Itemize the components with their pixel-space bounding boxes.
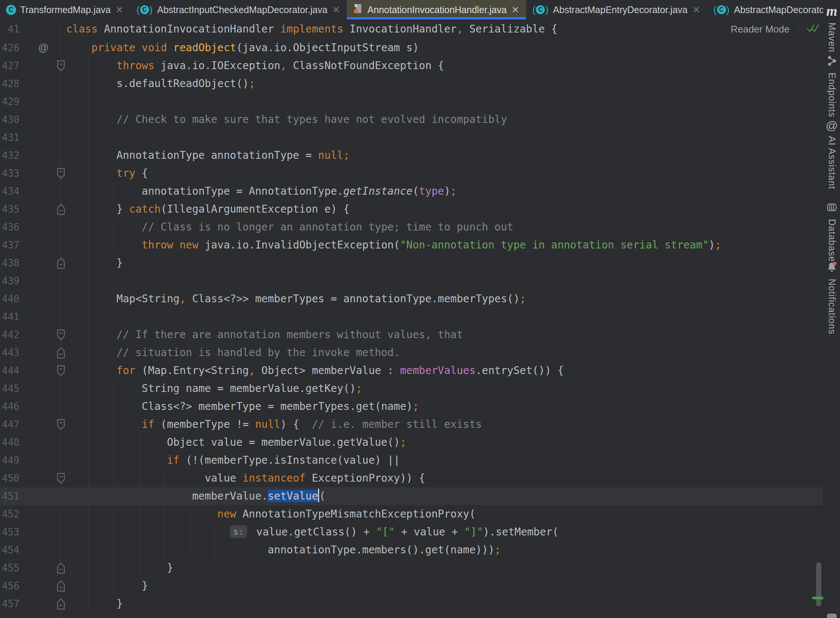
code-line[interactable]: 433 try {	[0, 164, 824, 182]
editor-tab[interactable]: AnnotationInvocationHandler.java✕	[347, 0, 526, 19]
code-editor[interactable]: 426@ private void readObject(java.io.Obj…	[0, 39, 824, 618]
editor-tab[interactable]: (C)AbstractMapEntryDecorator.java✕	[526, 0, 707, 19]
code-text: value instanceof ExceptionProxy)) {	[0, 469, 425, 487]
notifications-bell-icon	[826, 261, 838, 274]
tab-label: AbstractMapEntryDecorator.java	[553, 4, 688, 15]
code-line[interactable]: 436 // Class is no longer an annotation …	[0, 218, 824, 236]
code-line[interactable]: 448 Object value = memberValue.getValue(…	[0, 434, 824, 452]
code-text: }	[0, 577, 148, 595]
abstract-class-icon: (C)	[136, 4, 153, 16]
code-text: Map<String, Class<?>> memberTypes = anno…	[0, 290, 526, 308]
tab-close-icon[interactable]: ✕	[332, 4, 341, 15]
class-declaration[interactable]: class AnnotationInvocationHandler implem…	[0, 19, 558, 39]
tool-window-label: Notifications	[827, 279, 837, 334]
class-icon: C	[6, 5, 16, 15]
code-line[interactable]: 438 }	[0, 254, 824, 272]
tab-close-icon[interactable]: ✕	[511, 4, 520, 15]
database-icon	[826, 202, 837, 214]
parameter-hint-badge: s:	[230, 525, 247, 538]
sticky-class-header: 41 class AnnotationInvocationHandler imp…	[0, 19, 824, 39]
code-line[interactable]: 450 value instanceof ExceptionProxy)) {	[0, 469, 824, 487]
tool-window-button-database[interactable]: Database	[824, 202, 840, 262]
code-line[interactable]: 456 }	[0, 577, 824, 595]
code-text: if (!(memberType.isInstance(value) ||	[0, 452, 400, 469]
code-text: annotationType = AnnotationType.getInsta…	[0, 182, 456, 200]
code-text: annotationType.members().get(name)));	[0, 541, 501, 559]
code-text: // If there are annotation members witho…	[0, 326, 463, 344]
code-line[interactable]: 426@ private void readObject(java.io.Obj…	[0, 39, 824, 57]
code-line[interactable]: 449 if (!(memberType.isInstance(value) |…	[0, 452, 824, 469]
tool-window-label: AI Assistant	[827, 136, 837, 189]
code-line[interactable]: 432 AnnotationType annotationType = null…	[0, 147, 824, 164]
abstract-class-icon: (C)	[532, 4, 549, 16]
inspections-status-check-icon[interactable]	[806, 22, 820, 36]
vcs-change-marker	[812, 597, 823, 599]
line-number: 431	[0, 132, 19, 143]
code-text: s.defaultReadObject();	[0, 75, 255, 93]
code-line[interactable]: 440 Map<String, Class<?>> memberTypes = …	[0, 290, 824, 308]
tool-window-button-maven[interactable]: mMaven	[824, 4, 840, 52]
code-line[interactable]: 442 // If there are annotation members w…	[0, 326, 824, 344]
code-line[interactable]: 455 }	[0, 559, 824, 577]
tool-window-label: Database	[827, 219, 837, 262]
tool-window-button-notifications[interactable]: Notifications	[824, 261, 840, 334]
code-line[interactable]: 437 throw new java.io.InvalidObjectExcep…	[0, 236, 824, 254]
code-text: String name = memberValue.getKey();	[0, 380, 362, 398]
line-number: 439	[0, 275, 19, 287]
code-line[interactable]: 454 annotationType.members().get(name)))…	[0, 541, 824, 559]
tool-window-label: Maven	[827, 22, 837, 52]
editor-tab-bar: CTransformedMap.java✕(C)AbstractInputChe…	[0, 0, 824, 20]
code-line[interactable]: 439	[0, 272, 824, 290]
code-text: // situation is handled by the invoke me…	[0, 344, 400, 362]
tab-close-icon[interactable]: ✕	[115, 4, 124, 15]
code-text: // Class is no longer an annotation type…	[0, 218, 513, 236]
code-text: }	[0, 595, 123, 613]
reader-mode-toggle[interactable]: Reader Mode	[730, 24, 789, 35]
code-text: memberValue.setValue(	[0, 487, 326, 505]
tab-close-icon[interactable]: ✕	[692, 4, 701, 15]
code-line[interactable]: 429	[0, 93, 824, 111]
maven-icon: m	[826, 4, 837, 18]
code-line[interactable]: 427 throws java.io.IOException, ClassNot…	[0, 57, 824, 75]
tab-label: AbstractInputCheckedMapDecorator.java	[157, 4, 328, 15]
tool-window-button-ai-assistant[interactable]: @AI Assistant	[824, 120, 840, 189]
line-number: 41	[0, 24, 19, 35]
code-line[interactable]: 452 new AnnotationTypeMismatchExceptionP…	[0, 505, 824, 523]
code-text: for (Map.Entry<String, Object> memberVal…	[0, 362, 564, 380]
code-text: throw new java.io.InvalidObjectException…	[0, 236, 721, 254]
library-class-icon	[353, 3, 363, 16]
line-number: 429	[0, 96, 19, 107]
code-line[interactable]: 444 for (Map.Entry<String, Object> membe…	[0, 362, 824, 380]
tool-window-label: Endpoints	[827, 73, 837, 117]
selected-text: setValue	[268, 490, 318, 502]
code-line[interactable]: 453 s: value.getClass() + "[" + value + …	[0, 523, 824, 541]
code-line[interactable]: 447 if (memberType != null) { // i.e. me…	[0, 416, 824, 434]
ai-assistant-icon: @	[826, 120, 838, 132]
code-line[interactable]: 451 memberValue.setValue(	[0, 487, 824, 505]
editor-tab[interactable]: (C)AbstractMapDecorator.java	[707, 0, 840, 19]
code-line[interactable]: 428 s.defaultReadObject();	[0, 75, 824, 93]
code-text: Class<?> memberType = memberTypes.get(na…	[0, 398, 419, 416]
code-line[interactable]: 443 // situation is handled by the invok…	[0, 344, 824, 362]
code-text: throws java.io.IOException, ClassNotFoun…	[0, 57, 444, 75]
gutter-divider	[61, 19, 61, 39]
code-line[interactable]: 445 String name = memberValue.getKey();	[0, 380, 824, 398]
code-line[interactable]: 430 // Check to make sure that types hav…	[0, 111, 824, 129]
code-text: }	[0, 254, 123, 272]
tool-window-button-partial-icon[interactable]	[827, 614, 837, 618]
code-line[interactable]: 431	[0, 129, 824, 147]
code-line[interactable]: 441	[0, 308, 824, 326]
tool-window-stripe-right: mMavenEndpoints@AI AssistantDatabaseNoti…	[823, 0, 840, 618]
editor-tabs: CTransformedMap.java✕(C)AbstractInputChe…	[0, 0, 840, 19]
line-number: 441	[0, 311, 19, 322]
tool-window-button-endpoints[interactable]: Endpoints	[824, 55, 840, 117]
code-line[interactable]: 457 }	[0, 595, 824, 613]
editor-tab[interactable]: (C)AbstractInputCheckedMapDecorator.java…	[130, 0, 347, 19]
code-line[interactable]: 446 Class<?> memberType = memberTypes.ge…	[0, 398, 824, 416]
vertical-scrollbar-thumb[interactable]	[816, 562, 821, 606]
code-line[interactable]: 434 annotationType = AnnotationType.getI…	[0, 182, 824, 200]
code-line[interactable]: 435 } catch(IllegalArgumentException e) …	[0, 200, 824, 218]
code-text: s: value.getClass() + "[" + value + "]")…	[0, 523, 559, 541]
ide-window: CTransformedMap.java✕(C)AbstractInputChe…	[0, 0, 840, 618]
editor-tab[interactable]: CTransformedMap.java✕	[0, 0, 130, 19]
